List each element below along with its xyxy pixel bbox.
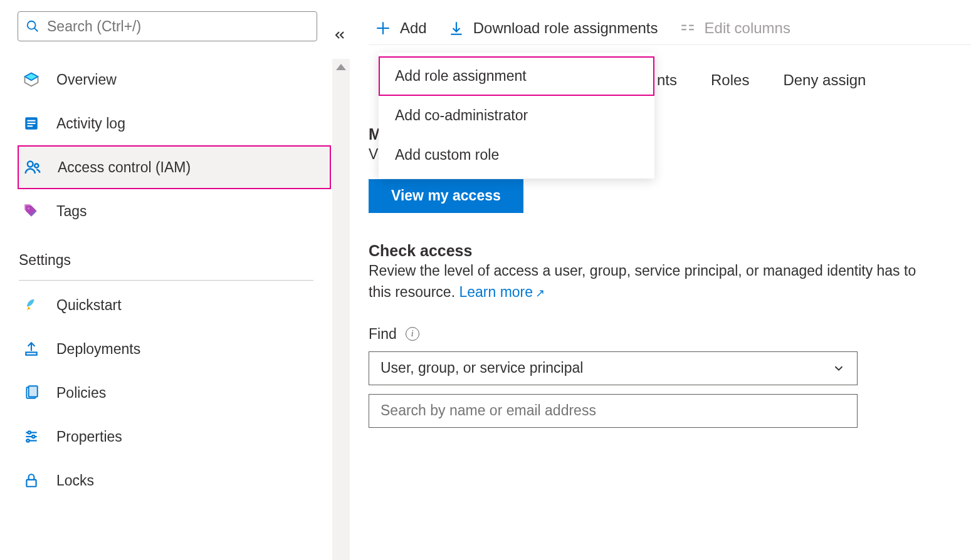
menu-item-add-co-administrator[interactable]: Add co-administrator: [379, 96, 654, 135]
svg-point-17: [26, 439, 29, 442]
svg-point-6: [28, 162, 33, 167]
sidebar-item-label: Policies: [56, 385, 106, 402]
sidebar-item-label: Overview: [56, 71, 117, 88]
external-link-icon: ↗: [535, 287, 545, 299]
nav-list: Overview Activity log Access control (IA…: [18, 58, 331, 502]
quickstart-icon: [21, 295, 41, 315]
view-my-access-button[interactable]: View my access: [369, 179, 523, 213]
tag-icon: [21, 201, 41, 221]
sidebar-item-properties[interactable]: Properties: [18, 415, 331, 459]
search-input-field[interactable]: [47, 18, 309, 35]
find-type-select[interactable]: User, group, or service principal: [369, 351, 858, 385]
svg-rect-11: [29, 386, 38, 397]
svg-rect-4: [28, 123, 36, 124]
toolbar: Add Download role assignments Edit colum…: [369, 11, 971, 45]
find-search-field[interactable]: [381, 402, 846, 419]
learn-more-link[interactable]: Learn more: [459, 284, 533, 300]
sidebar-item-quickstart[interactable]: Quickstart: [18, 283, 331, 327]
svg-rect-18: [26, 480, 36, 487]
people-icon: [23, 157, 43, 177]
sidebar-item-locks[interactable]: Locks: [18, 459, 331, 502]
sidebar-item-label: Quickstart: [56, 297, 122, 314]
sidebar-item-label: Access control (IAM): [58, 159, 191, 176]
edit-columns-button[interactable]: Edit columns: [673, 14, 797, 42]
find-search-input[interactable]: [369, 394, 858, 428]
find-type-value: User, group, or service principal: [381, 360, 583, 376]
download-icon: [448, 20, 465, 36]
sidebar-item-label: Activity log: [56, 115, 125, 132]
search-icon: [26, 19, 39, 33]
sidebar-item-policies[interactable]: Policies: [18, 371, 331, 415]
svg-point-0: [28, 21, 36, 29]
download-button-label: Download role assignments: [473, 19, 658, 37]
check-access-description: Review the level of access a user, group…: [369, 260, 933, 303]
svg-point-7: [34, 163, 38, 167]
lock-icon: [21, 470, 41, 490]
add-button-label: Add: [400, 19, 427, 37]
sidebar-item-activity-log[interactable]: Activity log: [18, 101, 331, 145]
sidebar-item-access-control[interactable]: Access control (IAM): [18, 145, 331, 189]
svg-point-13: [28, 431, 31, 433]
svg-rect-5: [28, 125, 33, 127]
find-label: Find i: [369, 326, 971, 343]
columns-icon: [680, 20, 696, 36]
sidebar: Overview Activity log Access control (IA…: [0, 0, 339, 560]
svg-rect-9: [26, 352, 36, 355]
menu-item-add-custom-role[interactable]: Add custom role: [379, 135, 654, 175]
tab-partial[interactable]: nts: [657, 71, 677, 89]
sliders-icon: [21, 427, 41, 447]
tab-roles[interactable]: Roles: [711, 71, 749, 89]
info-icon[interactable]: i: [406, 327, 419, 341]
tabs: nts Roles Deny assign: [657, 71, 971, 89]
sidebar-item-label: Properties: [56, 428, 122, 445]
svg-line-1: [34, 28, 38, 32]
add-dropdown-menu: Add role assignment Add co-administrator…: [379, 53, 654, 179]
download-button[interactable]: Download role assignments: [442, 14, 664, 42]
upload-icon: [21, 339, 41, 359]
sidebar-item-label: Deployments: [56, 341, 140, 358]
check-access-heading: Check access: [369, 242, 971, 260]
add-button[interactable]: Add: [369, 14, 433, 42]
sidebar-item-deployments[interactable]: Deployments: [18, 327, 331, 371]
tab-deny-assignments[interactable]: Deny assign: [783, 71, 866, 89]
sidebar-section-settings: Settings: [19, 252, 313, 281]
log-icon: [21, 113, 41, 133]
policies-icon: [21, 383, 41, 403]
sidebar-item-tags[interactable]: Tags: [18, 189, 331, 233]
svg-point-15: [32, 435, 34, 438]
sidebar-item-overview[interactable]: Overview: [18, 58, 331, 101]
chevron-down-icon: [832, 361, 846, 375]
menu-item-add-role-assignment[interactable]: Add role assignment: [379, 56, 654, 96]
search-input[interactable]: [18, 11, 317, 41]
cube-icon: [21, 70, 41, 90]
main-content: Add Download role assignments Edit colum…: [339, 0, 971, 560]
plus-icon: [375, 20, 391, 36]
svg-rect-3: [28, 120, 36, 122]
sidebar-item-label: Locks: [56, 472, 94, 489]
sidebar-item-label: Tags: [56, 203, 87, 220]
edit-columns-label: Edit columns: [705, 19, 790, 37]
